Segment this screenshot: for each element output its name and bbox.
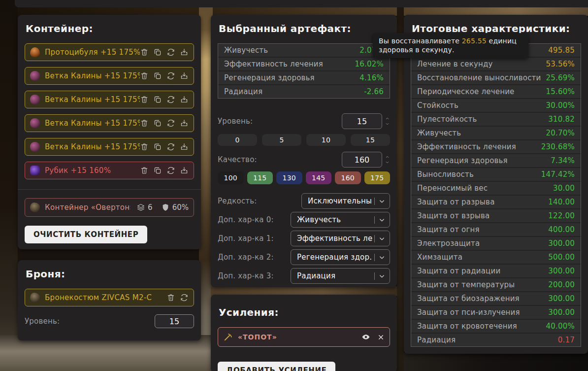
reroll-armor-button[interactable] bbox=[180, 293, 189, 302]
delete-item-button[interactable] bbox=[140, 48, 149, 57]
quality-preset-button[interactable]: 100 bbox=[218, 171, 244, 184]
save-item-button[interactable] bbox=[180, 48, 189, 57]
quality-increment-button[interactable] bbox=[385, 155, 390, 159]
save-item-button[interactable] bbox=[180, 119, 189, 128]
quality-preset-button[interactable]: 115 bbox=[247, 171, 273, 184]
stat-row[interactable]: Восстановление выносливости25.69% bbox=[411, 71, 581, 84]
extra-stat-0-label: Доп. хар-ка 0: bbox=[218, 215, 274, 224]
stat-row[interactable]: Эффективность лечения230.68% bbox=[411, 140, 581, 153]
level-decrement-button[interactable] bbox=[385, 122, 390, 126]
container-item-selected[interactable]: Рубик +15 160% bbox=[25, 162, 194, 179]
extra-stat-3-select[interactable]: Радиация bbox=[291, 268, 390, 284]
refresh-icon bbox=[166, 71, 175, 80]
quality-preset-button[interactable]: 145 bbox=[306, 171, 332, 184]
container-item[interactable]: Ветка Калины +15 175% bbox=[25, 67, 194, 85]
stat-label: Электрозащита bbox=[417, 239, 480, 248]
stat-row[interactable]: Живучесть 2.07% bbox=[218, 44, 390, 57]
stat-row[interactable]: Защита от пси-излучения300.00 bbox=[411, 306, 581, 319]
reroll-item-button[interactable] bbox=[166, 95, 175, 104]
stat-row[interactable]: Выносливость147.42% bbox=[411, 168, 581, 181]
refresh-icon bbox=[166, 95, 175, 104]
quality-preset-button[interactable]: 160 bbox=[335, 171, 361, 184]
delete-item-button[interactable] bbox=[140, 119, 149, 128]
armor-level-input[interactable] bbox=[155, 314, 194, 328]
stat-row[interactable]: Защита от температуры200.00 bbox=[411, 278, 581, 291]
delete-item-button[interactable] bbox=[140, 142, 149, 151]
stat-row[interactable]: Переносимый вес30.00 bbox=[411, 182, 581, 195]
stat-row[interactable]: Периодическое лечение15.60% bbox=[411, 85, 581, 98]
shield-icon bbox=[161, 203, 170, 212]
stat-row[interactable]: Защита от кровотечения40.00% bbox=[411, 320, 581, 333]
container-item[interactable]: Протоцибуля +15 175% bbox=[25, 43, 194, 61]
delete-item-button[interactable] bbox=[140, 95, 149, 104]
tooltip-text: Вы восстанавливаете bbox=[379, 37, 462, 45]
save-item-button[interactable] bbox=[180, 142, 189, 151]
copy-item-button[interactable] bbox=[153, 142, 162, 151]
reroll-item-button[interactable] bbox=[166, 71, 175, 80]
stat-value: 15.60% bbox=[546, 87, 575, 96]
quality-decrement-button[interactable] bbox=[385, 160, 390, 165]
stat-row[interactable]: Радиация -2.66 bbox=[218, 85, 390, 98]
delete-item-button[interactable] bbox=[140, 166, 149, 175]
add-boost-button[interactable]: ДОБАВИТЬ УСИЛЕНИЕ bbox=[218, 362, 335, 371]
quality-input[interactable] bbox=[342, 152, 382, 168]
stat-row[interactable]: Стойкость30.00% bbox=[411, 99, 581, 112]
stat-row[interactable]: Защита от разрыва140.00 bbox=[411, 196, 581, 208]
extra-stat-0-select[interactable]: Живучесть bbox=[291, 212, 390, 228]
stat-row[interactable]: Защита от взрыва122.00 bbox=[411, 209, 581, 222]
toggle-boost-visibility-button[interactable] bbox=[361, 333, 370, 341]
level-preset-button[interactable]: 15 bbox=[351, 134, 390, 146]
container-item[interactable]: Ветка Калины +15 175% bbox=[25, 91, 194, 108]
copy-item-button[interactable] bbox=[153, 119, 162, 128]
stat-row[interactable]: Защита от биозаражения300.00 bbox=[411, 292, 581, 305]
container-item[interactable]: Ветка Калины +15 175% bbox=[25, 138, 194, 156]
copy-item-button[interactable] bbox=[153, 166, 162, 175]
stat-row[interactable]: Пулестойкость310.82 bbox=[411, 113, 581, 126]
extra-stat-3-label: Доп. хар-ка 3: bbox=[218, 271, 274, 280]
save-item-button[interactable] bbox=[180, 166, 189, 175]
extra-stat-2-select[interactable]: Регенерация здор... bbox=[291, 249, 390, 265]
reroll-item-button[interactable] bbox=[166, 142, 175, 151]
stat-row[interactable]: Эффективность лечения 16.02% bbox=[218, 58, 390, 70]
reroll-item-button[interactable] bbox=[166, 166, 175, 175]
reroll-item-button[interactable] bbox=[166, 48, 175, 57]
container-item[interactable]: Ветка Калины +15 175% bbox=[25, 114, 194, 132]
level-preset-button[interactable]: 10 bbox=[306, 134, 346, 146]
stat-row[interactable]: Лечение в секунду53.56% bbox=[411, 58, 581, 70]
stat-row[interactable]: Регенерация здоровья7.34% bbox=[411, 154, 581, 167]
save-item-button[interactable] bbox=[180, 95, 189, 104]
rarity-select[interactable]: Исключительный bbox=[301, 193, 390, 209]
level-preset-button[interactable]: 5 bbox=[262, 134, 301, 146]
download-tray-icon bbox=[180, 48, 189, 57]
delete-item-button[interactable] bbox=[140, 71, 149, 80]
clear-container-button[interactable]: ОЧИСТИТЬ КОНТЕЙНЕР bbox=[25, 226, 147, 243]
armor-item[interactable]: Бронекостюм ZIVCAS M2-C bbox=[25, 289, 194, 306]
level-preset-button[interactable]: 0 bbox=[218, 134, 257, 146]
remove-boost-button[interactable] bbox=[377, 334, 385, 341]
delete-armor-button[interactable] bbox=[166, 293, 175, 302]
stat-row[interactable]: Радиация0.17 bbox=[411, 334, 581, 346]
stat-row[interactable]: Защита от огня400.00 bbox=[411, 223, 581, 236]
container-icon bbox=[30, 202, 40, 212]
stat-label: Регенерация здоровья bbox=[417, 156, 508, 165]
boost-item[interactable]: «ТОПОТ» bbox=[218, 327, 390, 347]
stat-row[interactable]: Живучесть20.70% bbox=[411, 127, 581, 139]
copy-item-button[interactable] bbox=[153, 48, 162, 57]
level-input[interactable] bbox=[342, 113, 382, 129]
extra-stat-1-select[interactable]: Эффективность ле... bbox=[291, 231, 390, 246]
stat-row[interactable]: Химзащита500.00 bbox=[411, 251, 581, 264]
stat-row[interactable]: Электрозащита300.00 bbox=[411, 237, 581, 250]
copy-item-button[interactable] bbox=[153, 71, 162, 80]
quality-preset-button[interactable]: 130 bbox=[276, 171, 302, 184]
container-select-item[interactable]: Контейнер «Овертон» 6 60% bbox=[25, 198, 194, 217]
stat-row[interactable]: Защита от радиации300.00 bbox=[411, 265, 581, 277]
reroll-item-button[interactable] bbox=[166, 119, 175, 128]
copy-item-button[interactable] bbox=[153, 95, 162, 104]
save-item-button[interactable] bbox=[180, 71, 189, 80]
select-divider bbox=[374, 216, 375, 224]
copy-icon bbox=[153, 71, 162, 80]
download-tray-icon bbox=[180, 71, 189, 80]
stat-row[interactable]: Регенерация здоровья 4.16% bbox=[218, 71, 390, 84]
quality-preset-button[interactable]: 175 bbox=[364, 171, 391, 184]
level-increment-button[interactable] bbox=[385, 116, 390, 121]
